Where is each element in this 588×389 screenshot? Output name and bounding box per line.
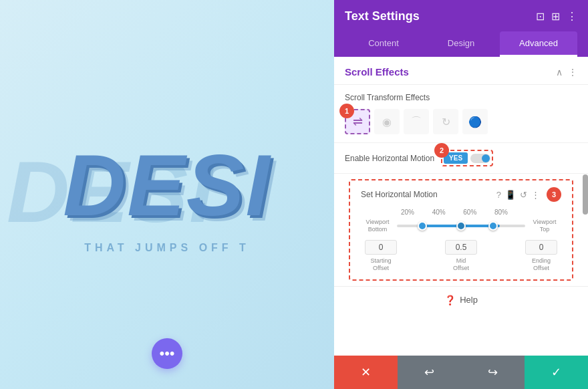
more-options-icon[interactable]: ⋮	[567, 10, 577, 23]
badge-2: 2	[434, 143, 449, 158]
badge-1: 1	[339, 104, 354, 118]
scroll-effects-section-header: Scroll Effects ∧ ⋮	[334, 57, 588, 85]
design-text-container: DESI DESI	[0, 135, 334, 235]
tab-bar: Content Design Advanced	[345, 31, 577, 57]
help-text: Help	[460, 295, 478, 305]
section-more-icon[interactable]: ⋮	[568, 67, 577, 78]
reset-icon[interactable]: ↺	[520, 190, 527, 200]
tab-advanced[interactable]: Advanced	[500, 31, 577, 57]
redo-icon: ↪	[488, 365, 498, 380]
panel-header: Text Settings ⊡ ⊞ ⋮ Content Design Advan…	[334, 0, 588, 57]
ending-offset-label: EndingOffset	[532, 257, 551, 273]
action-bar: ✕ ↩ ↪ ✓	[334, 356, 588, 389]
slider-track	[397, 225, 525, 227]
slider-track-row: ViewportBottom ViewportTop	[361, 219, 561, 233]
fab-icon: •••	[159, 346, 174, 361]
ending-offset-group: EndingOffset	[521, 240, 561, 273]
offset-inputs-row: StartingOffset MidOffset EndingOffset	[361, 236, 561, 273]
cancel-button[interactable]: ✕	[334, 356, 398, 389]
settings-panel: Text Settings ⊡ ⊞ ⋮ Content Design Advan…	[334, 0, 588, 389]
mark-40: 40%	[432, 209, 446, 216]
transform-drop-btn[interactable]: 🔵	[462, 109, 488, 134]
help-question-icon[interactable]: ?	[496, 190, 501, 200]
panel-body: Scroll Effects ∧ ⋮ Scroll Transform Effe…	[334, 57, 588, 356]
transform-rotate-btn[interactable]: ↻	[433, 109, 458, 134]
panel-header-icons: ⊡ ⊞ ⋮	[536, 10, 577, 23]
motion-more-icon[interactable]: ⋮	[531, 190, 540, 200]
transform-curve-btn[interactable]: ⌒	[404, 109, 429, 134]
split-icon[interactable]: ⊞	[551, 10, 560, 23]
toggle-track	[470, 154, 490, 163]
tab-content[interactable]: Content	[345, 31, 422, 57]
slider-track-wrapper[interactable]	[397, 219, 525, 233]
mid-offset-input[interactable]	[445, 240, 477, 255]
motion-title: Set Horizontal Motion	[361, 190, 492, 199]
preview-area: DESI DESI THAT JUMPS OFF T •••	[0, 0, 334, 389]
scrollbar-indicator[interactable]	[583, 174, 588, 215]
mid-offset-label: MidOffset	[453, 257, 469, 273]
ending-offset-input[interactable]	[525, 240, 557, 255]
redo-button[interactable]: ↪	[461, 356, 525, 389]
slider-thumb-1[interactable]	[418, 221, 427, 231]
scroll-transform-label: Scroll Transform Effects	[345, 93, 577, 102]
starting-offset-label: StartingOffset	[370, 257, 391, 273]
minimize-icon[interactable]: ⊡	[536, 10, 545, 23]
scroll-transform-subsection: Scroll Transform Effects ⇌ 1 ◉ ⌒ ↻	[334, 85, 588, 143]
enable-motion-toggle[interactable]: YES	[441, 150, 493, 166]
set-motion-wrapper: Set Horizontal Motion ? 📱 ↺ ⋮ 3 20% 40% …	[341, 179, 581, 281]
help-circle-icon[interactable]: ❓	[444, 295, 456, 305]
help-section: ❓ Help	[334, 286, 588, 313]
tab-design[interactable]: Design	[422, 31, 500, 57]
design-text-main: DESI	[0, 135, 334, 235]
tagline: THAT JUMPS OFF T	[84, 242, 250, 254]
viewport-top-label: ViewportTop	[528, 219, 561, 233]
slider-thumb-3[interactable]	[488, 221, 498, 231]
starting-offset-group: StartingOffset	[361, 240, 401, 273]
mid-offset-group: MidOffset	[441, 240, 481, 273]
slider-thumb-2[interactable]	[456, 221, 466, 231]
fab-button[interactable]: •••	[152, 338, 182, 369]
cancel-icon: ✕	[361, 365, 371, 380]
mark-20: 20%	[401, 209, 414, 216]
confirm-icon: ✓	[551, 365, 561, 380]
motion-header-icons: ? 📱 ↺ ⋮	[496, 190, 540, 200]
confirm-button[interactable]: ✓	[525, 356, 588, 389]
collapse-icon[interactable]: ∧	[556, 67, 563, 78]
undo-icon: ↩	[424, 365, 434, 380]
viewport-bottom-label: ViewportBottom	[361, 219, 394, 233]
toggle-thumb	[482, 154, 490, 162]
transform-icons-row: ⇌ 1 ◉ ⌒ ↻ 🔵	[345, 109, 577, 134]
section-header-icons: ∧ ⋮	[556, 67, 577, 78]
undo-button[interactable]: ↩	[398, 356, 461, 389]
mark-60: 60%	[463, 209, 476, 216]
panel-title: Text Settings	[345, 9, 420, 23]
enable-motion-label: Enable Horizontal Motion	[345, 154, 434, 163]
scroll-effects-title: Scroll Effects	[345, 66, 409, 78]
mobile-icon[interactable]: 📱	[505, 190, 516, 200]
enable-motion-row: Enable Horizontal Motion YES 2	[334, 143, 588, 174]
badge-3: 3	[547, 187, 561, 202]
mark-80: 80%	[494, 209, 508, 216]
transform-opacity-btn[interactable]: ◉	[374, 109, 400, 134]
slider-marks-row: 20% 40% 60% 80%	[361, 209, 521, 216]
motion-header: Set Horizontal Motion ? 📱 ↺ ⋮ 3	[361, 187, 561, 202]
motion-section: Set Horizontal Motion ? 📱 ↺ ⋮ 3 20% 40% …	[349, 179, 573, 281]
starting-offset-input[interactable]	[365, 240, 397, 255]
